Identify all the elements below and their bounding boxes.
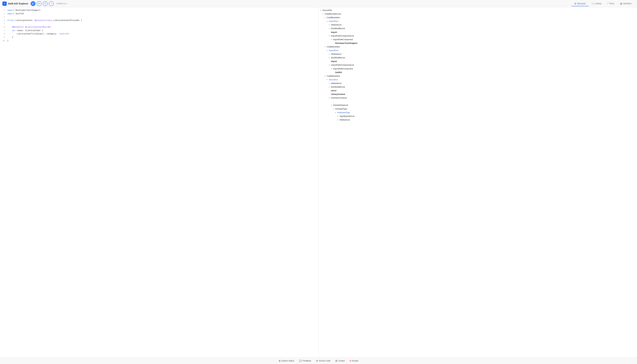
- ast-node-codeblockitem-3[interactable]: ▾ CodeBlockItem: [318, 74, 637, 78]
- ast-node-label: CodeBlockItem: [327, 74, 340, 78]
- version-selector[interactable]: ⎇ 600.0.1 ▾: [56, 2, 67, 5]
- tree-arrow: ▾: [331, 104, 333, 106]
- ast-node-codeblockitemlist-1[interactable]: ▾ CodeBlockItemList: [318, 12, 637, 16]
- tree-arrow: ▾: [337, 115, 340, 118]
- ast-node-importpathcomponent-1[interactable]: ▾ ImportPathComponent: [318, 38, 637, 41]
- ast-node-label: ImportPathComponentList: [331, 34, 354, 38]
- ast-node-label: struct: [331, 89, 337, 92]
- code-line: 6 @MainActor @LibraryContentBuilder: [0, 25, 318, 29]
- tree-arrow: ▾: [325, 46, 327, 48]
- ast-node-importpathcomponentlist-1[interactable]: ▾ ImportPathComponentList: [318, 34, 637, 38]
- feedback-link[interactable]: 💬 Feedback: [299, 360, 311, 362]
- ast-node-struct-kw[interactable]: struct: [318, 89, 637, 92]
- ast-node-sourcefile[interactable]: ▾ SourceFile: [318, 8, 637, 12]
- tab-statistics[interactable]: ▦ Statistics: [617, 1, 634, 6]
- ast-node-label: import: [331, 30, 337, 34]
- ast-node-label: CodeBlockItemList: [325, 12, 341, 16]
- code-line: 3: [0, 16, 318, 19]
- code-line: 1 import DeveloperToolsSupport: [0, 8, 318, 12]
- ast-node-importpathcomponent-2[interactable]: ▾ ImportPathComponent: [318, 67, 637, 70]
- tree-arrow: ▾: [323, 13, 325, 15]
- ast-node-label: InheritedTypeList: [333, 104, 348, 107]
- tree-arrow: ▾: [335, 111, 337, 114]
- code-line: 9 }: [0, 36, 318, 39]
- tab-trivia-label: Trivia: [609, 2, 614, 5]
- tab-statistics-label: Statistics: [623, 2, 631, 5]
- ast-node-declmodifierlist-1[interactable]: ▾ DeclModifierList: [318, 27, 637, 30]
- tree-arrow: ▾: [325, 16, 327, 19]
- github-icon: ⚙: [316, 360, 318, 362]
- code-line: 10 }: [0, 39, 318, 42]
- lookup-icon: ◻: [592, 2, 593, 5]
- tab-lookup-label: Lookup: [594, 2, 601, 5]
- ast-node-label: LibraryContent: [331, 92, 345, 96]
- statistics-icon: ▦: [620, 2, 622, 5]
- ast-node-declmodifierlist-2[interactable]: ▾ DeclModifierList: [318, 56, 637, 60]
- settings-button[interactable]: ⚙: [37, 1, 42, 6]
- ast-node-label: ImportDecl: [329, 49, 338, 52]
- code-line: 8 LibraryItem(TitleView(), category: .co…: [0, 32, 318, 36]
- tab-structure-label: Structure: [577, 2, 586, 5]
- source-code-link[interactable]: ⚙ Source Code: [316, 360, 331, 362]
- ast-node-importpathcomponentlist-2[interactable]: ▾ ImportPathComponentList: [318, 63, 637, 67]
- ast-node-typespecifierlist[interactable]: ▾ TypeSpecifierList: [318, 114, 637, 118]
- ast-node-label: StructDecl: [329, 78, 338, 82]
- ast-node-attributelist-2[interactable]: ▾ AttributeList: [318, 52, 637, 56]
- trivia-icon: /: [607, 2, 608, 5]
- source-code-label: Source Code: [319, 360, 331, 362]
- ast-node-label: AttributeList: [331, 23, 342, 26]
- ast-node-label: SwiftUI: [335, 71, 342, 74]
- ast-node-importdecl-2[interactable]: ▾ ImportDecl: [318, 49, 637, 52]
- ast-node-label: InheritanceClause: [331, 96, 347, 100]
- tab-structure[interactable]: ⊞ Structure: [571, 1, 589, 6]
- ast-node-attributelist-4[interactable]: ▾ AttributeList: [318, 118, 637, 122]
- ast-node-label: TypeSpecifierList: [340, 114, 355, 118]
- creator-link[interactable]: @ Creator: [335, 360, 345, 362]
- tree-arrow: ▾: [329, 97, 331, 99]
- ast-node-inheritanceclause[interactable]: ▾ InheritanceClause: [318, 96, 637, 100]
- tab-trivia[interactable]: / Trivia: [604, 1, 617, 6]
- code-line: 2 import SwiftUI: [0, 12, 318, 16]
- ast-node-label: DeclModifierList: [331, 85, 345, 89]
- ast-node-importdecl-1[interactable]: ▾ ImportDecl: [318, 20, 637, 23]
- donate-link[interactable]: ♥ Donate: [350, 360, 358, 362]
- ast-node-label: DeclModifierList: [331, 56, 345, 60]
- structure-icon: ⊞: [574, 2, 576, 5]
- chevron-down-icon: ▾: [66, 2, 67, 5]
- main-nav: ⊞ Structure ◻ Lookup / Trivia ▦ Statisti…: [571, 1, 634, 6]
- app-logo: S Swift AST Explorer: [3, 2, 28, 6]
- ast-node-codeblockitem-1[interactable]: ▾ CodeBlockItem: [318, 16, 637, 20]
- ast-node-developertoolssupport[interactable]: DeveloperToolsSupport: [318, 41, 637, 45]
- tree-arrow: ▾: [327, 78, 329, 81]
- ast-node-attributedtype[interactable]: ▾ AttributedType: [318, 111, 637, 114]
- ast-node-import-kw-1[interactable]: import: [318, 30, 637, 34]
- code-line: 7 var views: [LibraryItem] {: [0, 29, 318, 32]
- ast-node-colon[interactable]: :: [318, 100, 637, 103]
- ast-node-inheritedtype[interactable]: ▾ InheritedType: [318, 107, 637, 111]
- help-button[interactable]: ?: [49, 1, 54, 6]
- header: S Swift AST Explorer ▶ ⚙ ☰ ? ⎇ 600.0.1 ▾…: [0, 0, 637, 7]
- tab-lookup[interactable]: ◻ Lookup: [589, 1, 604, 6]
- play-button[interactable]: ▶: [31, 1, 36, 6]
- ast-node-label: InheritedType: [335, 107, 347, 110]
- tree-arrow: ▾: [337, 118, 340, 121]
- code-editor[interactable]: 1 import DeveloperToolsSupport 2 import …: [0, 7, 318, 357]
- ast-node-structdecl[interactable]: ▾ StructDecl: [318, 78, 637, 82]
- ast-node-swiftui[interactable]: SwiftUI: [318, 70, 637, 74]
- system-status-link[interactable]: ⊞ System Status: [279, 360, 294, 362]
- donate-label: Donate: [352, 360, 358, 362]
- ast-node-label: AttributedType: [337, 111, 350, 114]
- tree-arrow: ▾: [327, 20, 329, 22]
- ast-node-import-kw-2[interactable]: import: [318, 60, 637, 63]
- menu-button[interactable]: ☰: [43, 1, 48, 6]
- ast-node-declmodifierlist-3[interactable]: ▾ DeclModifierList: [318, 85, 637, 89]
- main-content: 1 import DeveloperToolsSupport 2 import …: [0, 7, 637, 357]
- ast-node-codeblockitem-2[interactable]: ▾ CodeBlockItem: [318, 45, 637, 49]
- ast-node-attributelist-1[interactable]: ▾ AttributeList: [318, 23, 637, 27]
- tree-arrow: ▾: [331, 38, 333, 41]
- ast-node-inheritedtypelist[interactable]: ▾ InheritedTypeList: [318, 103, 637, 107]
- ast-panel[interactable]: ▾ SourceFile ▾ CodeBlockItemList ▾ CodeB…: [318, 7, 637, 357]
- tree-arrow: ▾: [333, 108, 335, 110]
- ast-node-librarycontent[interactable]: LibraryContent: [318, 92, 637, 96]
- ast-node-attributelist-3[interactable]: ▾ AttributeList: [318, 82, 637, 85]
